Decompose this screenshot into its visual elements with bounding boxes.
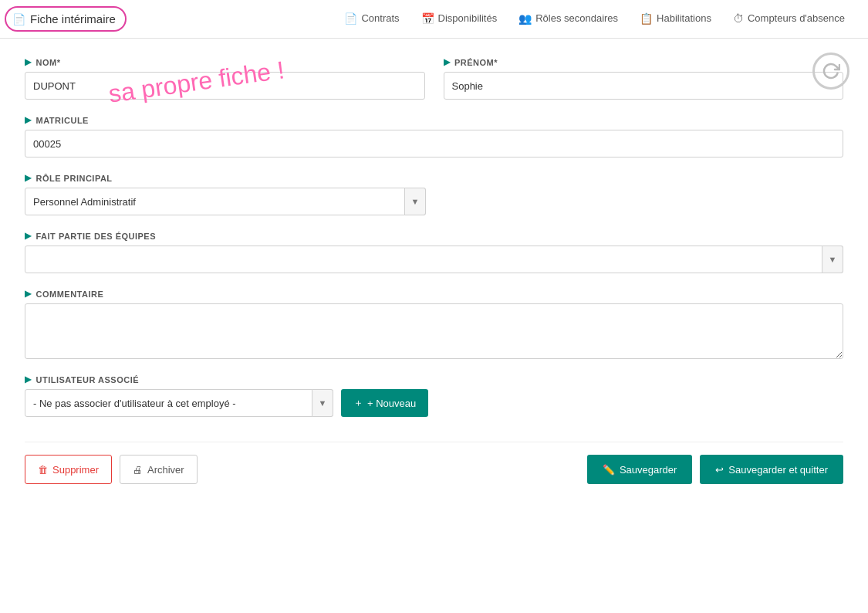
utilisateur-group: ▶ UTILISATEUR ASSOCIÉ - Ne pas associer … [25,374,843,417]
nouveau-plus-icon: ＋ [353,396,363,410]
nom-group: ▶ NOM* [25,57,425,100]
compteurs-icon: ⏱ [733,12,744,25]
prenom-group: ▶ PRÉNOM* [444,57,844,100]
nav-title: 📄 Fiche intérimaire [12,12,116,25]
contrats-icon: 📄 [344,12,357,25]
top-nav: 📄 Fiche intérimaire 📄 Contrats 📅 Disponi… [0,0,868,39]
nav-link-habilitations[interactable]: 📋 Habilitations [629,0,722,39]
form-footer: 🗑 Supprimer 🖨 Archiver ✏️ Sauvegarder ↩ … [25,442,843,484]
equipes-select[interactable] [25,246,843,273]
equipes-group: ▶ FAIT PARTIE DES ÉQUIPES ▼ [25,231,843,273]
equipes-row: ▶ FAIT PARTIE DES ÉQUIPES ▼ [25,231,843,273]
refresh-button[interactable] [812,52,849,90]
supprimer-button[interactable]: 🗑 Supprimer [25,455,112,484]
prenom-arrow: ▶ [444,57,451,67]
prenom-label: ▶ PRÉNOM* [444,57,844,67]
nav-link-compteurs-label: Compteurs d'absence [748,12,845,24]
fiche-icon: 📄 [12,13,25,25]
sauvegarder-button[interactable]: ✏️ Sauvegarder [587,455,692,484]
habilitations-icon: 📋 [640,12,653,25]
nav-link-roles-secondaires[interactable]: 👥 Rôles secondaires [508,0,629,39]
nav-link-habilitations-label: Habilitations [657,12,711,24]
nav-link-disponibilites-label: Disponibilités [438,12,498,24]
nom-label: ▶ NOM* [25,57,425,67]
prenom-input[interactable] [444,72,844,100]
role-principal-label: ▶ RÔLE PRINCIPAL [25,173,426,183]
nouveau-label: + Nouveau [367,398,416,409]
nom-input[interactable] [25,72,425,100]
utilisateur-label: ▶ UTILISATEUR ASSOCIÉ [25,374,843,384]
nav-link-roles-secondaires-label: Rôles secondaires [535,12,618,24]
sauvegarder-label: Sauvegarder [620,464,677,476]
commentaire-group: ▶ COMMENTAIRE [25,289,843,359]
sauvegarder-quitter-icon: ↩ [715,464,724,476]
commentaire-row: ▶ COMMENTAIRE [25,289,843,359]
matricule-arrow: ▶ [25,115,32,125]
role-principal-select[interactable]: Personnel Administratif Technicien Manag… [25,188,426,215]
archiver-icon: 🖨 [133,464,143,476]
utilisateur-select-wrapper: - Ne pas associer d'utilisateur à cet em… [25,389,333,417]
equipes-label: ▶ FAIT PARTIE DES ÉQUIPES [25,231,843,241]
disponibilites-icon: 📅 [421,12,434,25]
supprimer-icon: 🗑 [38,464,48,476]
nav-link-disponibilites[interactable]: 📅 Disponibilités [410,0,508,39]
commentaire-textarea[interactable] [25,303,843,359]
commentaire-label: ▶ COMMENTAIRE [25,289,843,299]
nav-title-text: Fiche intérimaire [30,12,116,25]
nouveau-button[interactable]: ＋ + Nouveau [341,389,428,417]
footer-left-buttons: 🗑 Supprimer 🖨 Archiver [25,455,198,484]
nav-link-contrats[interactable]: 📄 Contrats [333,0,410,39]
matricule-input[interactable] [25,130,843,157]
sauvegarder-quitter-label: Sauvegarder et quitter [728,464,828,476]
utilisateur-arrow: ▶ [25,374,32,384]
archiver-button[interactable]: 🖨 Archiver [120,455,198,484]
nom-arrow: ▶ [25,57,32,67]
utilisateur-controls: - Ne pas associer d'utilisateur à cet em… [25,389,843,417]
main-content: sa propre fiche ! ▶ NOM* ▶ PRÉNOM* [0,39,868,613]
nav-links: 📄 Contrats 📅 Disponibilités 👥 Rôles seco… [333,0,856,39]
footer-right-buttons: ✏️ Sauvegarder ↩ Sauvegarder et quitter [587,455,843,484]
roles-secondaires-icon: 👥 [518,12,532,25]
nav-link-compteurs[interactable]: ⏱ Compteurs d'absence [722,0,856,39]
matricule-group: ▶ MATRICULE [25,115,843,157]
utilisateur-row: ▶ UTILISATEUR ASSOCIÉ - Ne pas associer … [25,374,843,417]
role-principal-group: ▶ RÔLE PRINCIPAL Personnel Administratif… [25,173,426,215]
supprimer-label: Supprimer [52,464,99,476]
role-principal-select-wrapper: Personnel Administratif Technicien Manag… [25,188,426,215]
utilisateur-select[interactable]: - Ne pas associer d'utilisateur à cet em… [25,389,333,417]
equipes-select-wrapper: ▼ [25,246,843,273]
nom-prenom-row: ▶ NOM* ▶ PRÉNOM* [25,57,843,100]
role-principal-row: ▶ RÔLE PRINCIPAL Personnel Administratif… [25,173,843,215]
nav-link-contrats-label: Contrats [361,12,399,24]
equipes-arrow: ▶ [25,231,32,241]
matricule-label: ▶ MATRICULE [25,115,843,125]
sauvegarder-quitter-button[interactable]: ↩ Sauvegarder et quitter [700,455,843,484]
role-arrow: ▶ [25,173,32,183]
commentaire-arrow: ▶ [25,289,32,299]
sauvegarder-icon: ✏️ [603,464,615,476]
matricule-row: ▶ MATRICULE [25,115,843,157]
archiver-label: Archiver [147,464,184,476]
